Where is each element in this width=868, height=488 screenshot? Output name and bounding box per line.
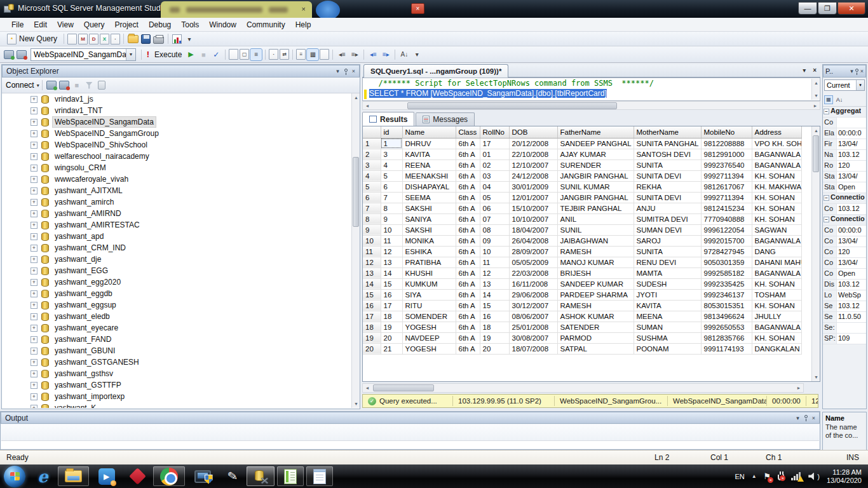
tree-item-yashwant_egg2020[interactable]: +yashwant_egg2020 <box>3 276 351 288</box>
activity-monitor-icon[interactable] <box>172 34 182 44</box>
toolbar2-overflow-icon[interactable]: ▾ <box>411 49 423 60</box>
grid-hscrollbar[interactable]: ◄ ► <box>362 383 804 393</box>
cell[interactable]: DAHANI MAHU <box>752 257 801 268</box>
file-explorer-button[interactable] <box>58 466 89 486</box>
column-header-id[interactable]: id <box>381 126 402 138</box>
properties-pin-icon[interactable] <box>855 69 858 72</box>
cell[interactable]: 9812835766 <box>701 332 752 343</box>
ssms-taskbar-button[interactable] <box>247 466 275 486</box>
cell[interactable]: SUNIL KUMAR <box>557 181 634 192</box>
cell[interactable]: ANIL <box>557 214 634 224</box>
expand-icon[interactable]: + <box>31 130 37 137</box>
cell[interactable]: MAMTA <box>634 268 701 278</box>
tree-item-yashwant_amirch[interactable]: +yashwant_amirch <box>3 196 351 208</box>
expand-icon[interactable]: + <box>31 256 37 263</box>
cell[interactable]: 01 <box>480 149 509 159</box>
row-number[interactable]: 14 <box>363 278 381 289</box>
cell[interactable]: 6th A <box>456 192 480 203</box>
cell[interactable]: KH. SOHAN <box>752 214 801 224</box>
cell[interactable]: 6th A <box>456 149 480 159</box>
property-row[interactable]: Na103.12 <box>823 150 866 161</box>
cell[interactable]: 9992015700 <box>701 235 752 246</box>
tree-item-welfareschool_nairacademy[interactable]: +welfareschool_nairacademy <box>3 151 351 162</box>
connect-button[interactable]: Connect ▾ <box>6 81 39 90</box>
tab-messages[interactable]: Messages <box>416 112 475 126</box>
tree-item-yashwant_eyecare[interactable]: +yashwant_eyecare <box>3 322 351 334</box>
column-header-Name[interactable]: Name <box>402 126 456 138</box>
expand-icon[interactable]: + <box>31 245 37 252</box>
editor-hscrollbar[interactable]: ◄ ► <box>362 101 820 110</box>
expand-icon[interactable]: + <box>31 359 37 366</box>
tree-item-yashwant_CRM_IND[interactable]: +yashwant_CRM_IND <box>3 242 351 254</box>
parse-icon[interactable]: ✓ <box>210 49 222 60</box>
row-number[interactable]: 16 <box>363 300 381 311</box>
cell[interactable]: SAKSHI <box>402 203 456 214</box>
script-wizard-icon[interactable] <box>98 81 105 90</box>
cell[interactable]: 6th A <box>456 332 480 343</box>
cell[interactable]: DISHAPAYAL <box>402 181 456 192</box>
cell[interactable]: 9728427945 <box>701 246 752 257</box>
row-number[interactable]: 1 <box>363 138 381 149</box>
open-file-icon[interactable] <box>128 35 139 43</box>
cell[interactable]: 20 <box>381 332 402 343</box>
expand-icon[interactable]: + <box>31 348 37 355</box>
cell[interactable]: 6 <box>381 181 402 192</box>
property-section[interactable]: −Connectio <box>823 215 866 226</box>
estimated-plan-icon[interactable] <box>229 49 238 60</box>
cell[interactable]: 8053015351 <box>701 300 752 311</box>
cell[interactable]: YOGESH <box>402 322 456 332</box>
cell[interactable]: KH. SOHAN <box>752 300 801 311</box>
output-pin-icon[interactable] <box>804 415 808 418</box>
specify-values-icon[interactable]: A↓ <box>398 49 410 60</box>
cell[interactable]: 30/12/2007 <box>509 300 557 311</box>
cell[interactable]: 13 <box>381 257 402 268</box>
row-number[interactable]: 10 <box>363 235 381 246</box>
panel-menu-icon[interactable]: ▾ <box>336 68 339 74</box>
object-explorer-scrollbar[interactable]: ▲ ▼ <box>351 93 360 408</box>
cell[interactable]: 12 <box>480 268 509 278</box>
tree-item-yashwant_eggsup[interactable]: +yashwant_eggsup <box>3 299 351 311</box>
cell[interactable]: 26/04/2008 <box>509 235 557 246</box>
cell[interactable]: 9050301359 <box>701 257 752 268</box>
tree-item-yashwant_GSTTFP[interactable]: +yashwant_GSTTFP <box>3 379 351 391</box>
cell[interactable]: 6th A <box>456 343 480 354</box>
cell[interactable]: 19 <box>480 332 509 343</box>
cell[interactable]: 07 <box>480 214 509 224</box>
results-to-file-icon[interactable] <box>320 49 329 60</box>
cell[interactable]: RAMESH <box>557 300 634 311</box>
cell[interactable]: SEEMA <box>402 192 456 203</box>
cell[interactable]: ANJU <box>634 203 701 214</box>
cell[interactable]: 19 <box>381 322 402 332</box>
cell[interactable]: 05 <box>480 192 509 203</box>
cell[interactable]: 6th A <box>456 138 480 149</box>
cell[interactable]: 30/08/2007 <box>509 332 557 343</box>
cell[interactable]: 10 <box>480 246 509 257</box>
menu-file[interactable]: File <box>6 19 29 30</box>
menu-project[interactable]: Project <box>110 19 144 30</box>
cell[interactable]: 16 <box>381 289 402 300</box>
cell[interactable]: 09 <box>480 235 509 246</box>
menu-window[interactable]: Window <box>204 19 241 30</box>
cell[interactable]: 6th A <box>456 159 480 170</box>
grid-vscrollbar[interactable]: ▲ ▼ <box>811 126 820 381</box>
change-connection-icon[interactable] <box>17 50 27 59</box>
media-player-button[interactable]: ▶ <box>92 466 122 486</box>
cell[interactable]: 21 <box>381 343 402 354</box>
cell[interactable]: KH. SOHAN <box>752 170 801 181</box>
expand-icon[interactable]: + <box>31 176 37 183</box>
cell[interactable]: DHRUV <box>402 138 456 149</box>
row-number[interactable]: 19 <box>363 332 381 343</box>
cell[interactable]: SUSHMA <box>634 332 701 343</box>
properties-close-icon[interactable]: × <box>860 68 864 74</box>
red-diamond-app-button[interactable] <box>125 466 151 486</box>
expand-icon[interactable]: + <box>31 210 37 217</box>
cell[interactable]: 9996122054 <box>701 224 752 235</box>
categorized-icon[interactable]: ▦ <box>824 95 833 104</box>
cell[interactable]: KH. SOHAN <box>752 278 801 289</box>
results-pane-toggle-icon[interactable]: ≡ <box>250 49 262 60</box>
tree-item-WebSpaceIND_SangamData[interactable]: +WebSpaceIND_SangamData <box>3 116 351 128</box>
document-list-icon[interactable]: ▾ <box>803 67 806 74</box>
column-header-RollNo[interactable]: RollNo <box>480 126 509 138</box>
cell[interactable]: JANGBIR PANGHAL <box>557 192 634 203</box>
row-number[interactable]: 4 <box>363 170 381 181</box>
